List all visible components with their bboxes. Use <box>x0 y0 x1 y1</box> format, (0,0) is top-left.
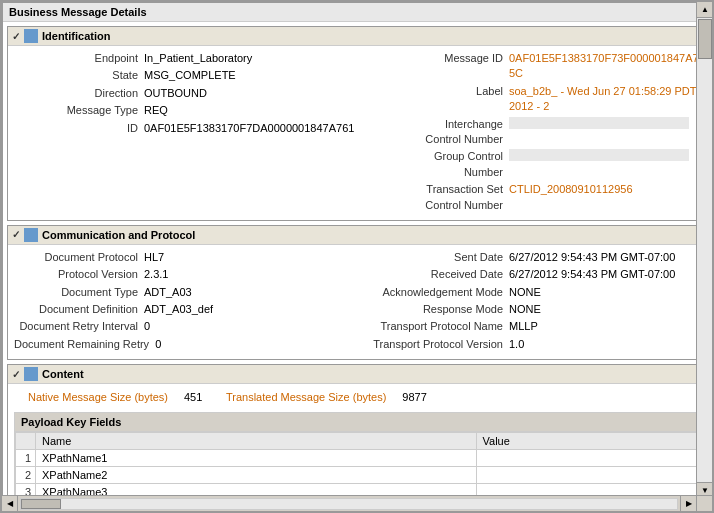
transport-protocol-name-value: MLLP <box>509 319 538 334</box>
scroll-thumb[interactable] <box>698 19 712 59</box>
response-mode-value: NONE <box>509 302 541 317</box>
field-protocol-version: Protocol Version 2.3.1 <box>14 267 359 282</box>
field-transaction-set: Transaction SetControl Number CTLID_2008… <box>359 182 696 213</box>
state-label: State <box>14 68 144 83</box>
field-doc-definition: Document Definition ADT_A03_def <box>14 302 359 317</box>
protocol-version-label: Protocol Version <box>14 267 144 282</box>
native-size-label: Native Message Size (bytes) <box>14 390 174 405</box>
field-doc-protocol: Document Protocol HL7 <box>14 250 359 265</box>
toggle-icon[interactable]: ✓ <box>12 31 20 42</box>
window-title: Business Message Details <box>9 6 147 18</box>
field-ack-mode: Acknowledgement Mode NONE <box>359 285 696 300</box>
doc-type-label: Document Type <box>14 285 144 300</box>
table-header-row: Name Value <box>16 432 697 449</box>
identification-fields: Endpoint In_Patient_Laboratory State MSG… <box>14 50 696 216</box>
doc-definition-value: ADT_A03_def <box>144 302 213 317</box>
scroll-up-button[interactable]: ▲ <box>697 2 713 18</box>
horizontal-scrollbar[interactable]: ◀ ▶ <box>2 495 696 511</box>
doc-remaining-retry-value: 0 <box>155 337 161 352</box>
h-scroll-thumb[interactable] <box>21 499 61 509</box>
h-scroll-track[interactable] <box>20 498 678 510</box>
communication-fields: Document Protocol HL7 Protocol Version 2… <box>14 249 696 355</box>
content-header: ✓ Content <box>8 365 696 384</box>
section-icon-comm <box>24 228 38 242</box>
section-icon <box>24 29 38 43</box>
translated-size-value: 9877 <box>402 390 426 405</box>
row-name-1: XPathName1 <box>36 449 477 466</box>
transport-protocol-name-label: Transport Protocol Name <box>359 319 509 334</box>
business-message-details-window: Business Message Details ✓ Identificatio… <box>2 2 696 495</box>
field-group-control: Group ControlNumber <box>359 149 696 180</box>
interchange-value <box>509 117 689 129</box>
communication-header: ✓ Communication and Protocol <box>8 226 696 245</box>
scrollable-content[interactable]: ✓ Identification Endpoint In_Patient_Lab… <box>3 22 696 495</box>
endpoint-value: In_Patient_Laboratory <box>144 51 252 66</box>
vertical-scrollbar[interactable]: ▲ ▼ <box>696 2 712 498</box>
scroll-track[interactable] <box>697 18 712 482</box>
content-section: ✓ Content Native Message Size (bytes) 45… <box>7 364 696 495</box>
field-label: Label soa_b2b_ - Wed Jun 27 01:58:29 PDT… <box>359 84 696 115</box>
main-window: Business Message Details ✓ Identificatio… <box>0 0 714 513</box>
transport-protocol-version-label: Transport Protocol Version <box>359 337 509 352</box>
payload-section: Payload Key Fields Name Value <box>14 412 696 495</box>
field-id: ID 0AF01E5F1383170F7DA0000001847A761 <box>14 121 359 136</box>
doc-retry-interval-value: 0 <box>144 319 150 334</box>
transport-protocol-version-value: 1.0 <box>509 337 524 352</box>
communication-left: Document Protocol HL7 Protocol Version 2… <box>14 249 359 355</box>
direction-label: Direction <box>14 86 144 101</box>
communication-right: Sent Date 6/27/2012 9:54:43 PM GMT-07:00… <box>359 249 696 355</box>
toggle-icon-content[interactable]: ✓ <box>12 369 20 380</box>
transaction-set-value: CTLID_20080910112956 <box>509 182 633 197</box>
doc-protocol-label: Document Protocol <box>14 250 144 265</box>
endpoint-label: Endpoint <box>14 51 144 66</box>
message-id-value: 0AF01E5F1383170F73F000001847A75C <box>509 51 696 82</box>
toggle-icon-comm[interactable]: ✓ <box>12 229 20 240</box>
field-message-type: Message Type REQ <box>14 103 359 118</box>
transaction-set-label: Transaction SetControl Number <box>359 182 509 213</box>
message-id-label: Message ID <box>359 51 509 66</box>
field-message-id: Message ID 0AF01E5F1383170F73F000001847A… <box>359 51 696 82</box>
sent-date-value: 6/27/2012 9:54:43 PM GMT-07:00 <box>509 250 675 265</box>
row-num-3: 3 <box>16 483 36 495</box>
row-name-2: XPathName2 <box>36 466 477 483</box>
row-num-1: 1 <box>16 449 36 466</box>
table-row: 2 XPathName2 <box>16 466 697 483</box>
group-control-label: Group ControlNumber <box>359 149 509 180</box>
content-title: Content <box>42 368 84 380</box>
row-num-2: 2 <box>16 466 36 483</box>
ack-mode-value: NONE <box>509 285 541 300</box>
communication-section: ✓ Communication and Protocol Document Pr… <box>7 225 696 360</box>
payload-header: Payload Key Fields <box>15 413 696 432</box>
label-label: Label <box>359 84 509 99</box>
identification-left: Endpoint In_Patient_Laboratory State MSG… <box>14 50 359 216</box>
field-doc-type: Document Type ADT_A03 <box>14 285 359 300</box>
field-sent-date: Sent Date 6/27/2012 9:54:43 PM GMT-07:00 <box>359 250 696 265</box>
identification-body: Endpoint In_Patient_Laboratory State MSG… <box>8 46 696 220</box>
received-date-label: Received Date <box>359 267 509 282</box>
scroll-left-button[interactable]: ◀ <box>2 496 18 512</box>
payload-table: Name Value 1 XPathName1 <box>15 432 696 495</box>
field-endpoint: Endpoint In_Patient_Laboratory <box>14 51 359 66</box>
col-name: Name <box>36 432 477 449</box>
communication-title: Communication and Protocol <box>42 229 195 241</box>
native-size-value: 451 <box>184 390 202 405</box>
identification-right: Message ID 0AF01E5F1383170F73F000001847A… <box>359 50 696 216</box>
scroll-right-button[interactable]: ▶ <box>680 496 696 512</box>
field-transport-protocol-version: Transport Protocol Version 1.0 <box>359 337 696 352</box>
translated-size-label: Translated Message Size (bytes) <box>222 390 392 405</box>
message-type-value: REQ <box>144 103 168 118</box>
response-mode-label: Response Mode <box>359 302 509 317</box>
payload-table-body: 1 XPathName1 2 XPathName2 <box>16 449 697 495</box>
row-value-3 <box>476 483 696 495</box>
id-label: ID <box>14 121 144 136</box>
id-value: 0AF01E5F1383170F7DA0000001847A761 <box>144 121 354 136</box>
field-transport-protocol-name: Transport Protocol Name MLLP <box>359 319 696 334</box>
interchange-label: InterchangeControl Number <box>359 117 509 148</box>
field-interchange: InterchangeControl Number <box>359 117 696 148</box>
identification-section: ✓ Identification Endpoint In_Patient_Lab… <box>7 26 696 221</box>
received-date-value: 6/27/2012 9:54:43 PM GMT-07:00 <box>509 267 675 282</box>
row-name-3: XPathName3 <box>36 483 477 495</box>
direction-value: OUTBOUND <box>144 86 207 101</box>
identification-title: Identification <box>42 30 110 42</box>
doc-retry-interval-label: Document Retry Interval <box>14 319 144 334</box>
